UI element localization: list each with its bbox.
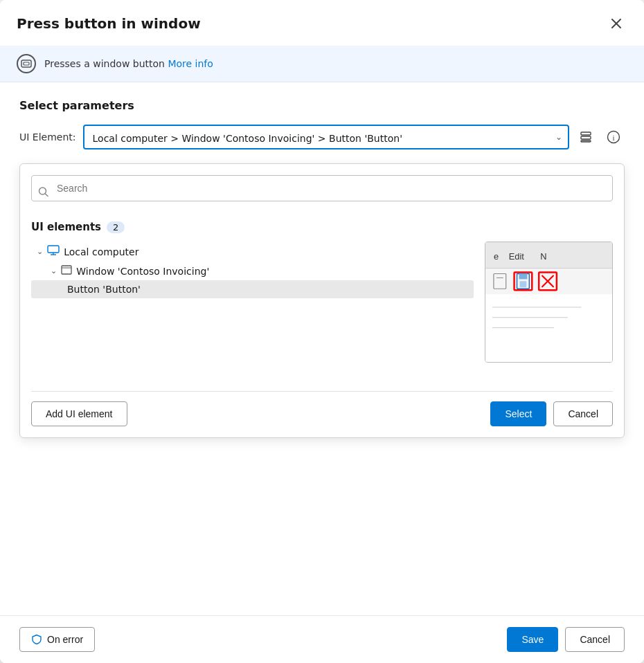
tree-item-button[interactable]: Button 'Button' <box>31 280 474 298</box>
svg-rect-4 <box>581 132 591 135</box>
ui-element-field-row: UI Element: Local computer > Window 'Con… <box>19 125 625 149</box>
on-error-button[interactable]: On error <box>19 627 95 652</box>
close-icon <box>611 19 621 28</box>
svg-text:i: i <box>612 134 614 142</box>
cancel-dialog-button[interactable]: Cancel <box>565 627 625 652</box>
preview-image: e Edit N <box>485 242 612 362</box>
cancel-panel-button[interactable]: Cancel <box>553 401 613 426</box>
svg-rect-17 <box>485 242 612 269</box>
svg-text:e: e <box>494 251 499 262</box>
svg-rect-32 <box>485 294 612 362</box>
svg-text:N: N <box>540 251 546 262</box>
ui-elements-header: UI elements 2 <box>31 221 613 233</box>
on-error-label: On error <box>47 634 83 645</box>
tree-list: ⌄ Local computer ⌄ <box>31 242 474 380</box>
press-button-icon <box>17 54 36 73</box>
tree-item-window[interactable]: ⌄ Window 'Contoso Invoicing' <box>31 262 474 280</box>
dropdown-container: Local computer > Window 'Contoso Invoici… <box>83 125 625 149</box>
tree-item-button-label: Button 'Button' <box>67 284 141 295</box>
dialog: Press button in window Presses a window … <box>0 0 644 663</box>
select-button[interactable]: Select <box>490 401 546 426</box>
info-icon: i <box>607 130 620 144</box>
dropdown-panel: UI elements 2 ⌄ <box>19 163 625 438</box>
svg-rect-5 <box>581 136 591 139</box>
tree-item-label: Local computer <box>64 246 138 257</box>
svg-text:Edit: Edit <box>509 251 525 262</box>
svg-rect-6 <box>581 140 591 142</box>
ui-elements-label: UI elements <box>31 221 101 233</box>
search-wrapper <box>31 175 613 211</box>
save-button[interactable]: Save <box>507 627 558 652</box>
ui-element-label: UI Element: <box>19 131 76 143</box>
chevron-expand-icon-2: ⌄ <box>51 266 57 275</box>
dialog-footer: On error Save Cancel <box>0 615 644 663</box>
close-button[interactable] <box>605 12 627 35</box>
tree-item-window-label: Window 'Contoso Invoicing' <box>76 266 209 277</box>
search-input[interactable] <box>31 175 613 201</box>
computer-icon <box>47 245 60 258</box>
ui-elements-badge: 2 <box>107 221 125 233</box>
dropdown-box-wrapper: Local computer > Window 'Contoso Invoici… <box>83 125 569 149</box>
info-button[interactable]: i <box>602 126 625 148</box>
layers-icon <box>579 130 593 144</box>
preview-box: e Edit N <box>485 242 613 363</box>
svg-rect-2 <box>21 60 31 67</box>
svg-rect-11 <box>48 246 59 253</box>
chevron-expand-icon: ⌄ <box>37 247 43 256</box>
svg-rect-3 <box>24 62 29 65</box>
window-icon <box>61 265 72 277</box>
panel-footer: Add UI element Select Cancel <box>31 391 613 426</box>
info-banner-text: Presses a window button More info <box>44 58 213 69</box>
more-info-link[interactable]: More info <box>168 58 213 69</box>
footer-left: On error <box>19 627 95 652</box>
section-title: Select parameters <box>19 99 625 112</box>
dialog-header: Press button in window <box>0 0 644 46</box>
dialog-body: Select parameters UI Element: Local comp… <box>0 82 644 615</box>
dialog-title: Press button in window <box>17 15 201 32</box>
tree-area: ⌄ Local computer ⌄ <box>31 242 613 380</box>
tree-item-local-computer[interactable]: ⌄ Local computer <box>31 242 474 262</box>
shield-icon <box>31 634 42 645</box>
svg-rect-14 <box>62 266 71 274</box>
svg-rect-28 <box>519 281 526 287</box>
dropdown-box-text[interactable]: Local computer > Window 'Contoso Invoici… <box>83 125 569 149</box>
svg-rect-27 <box>519 273 527 279</box>
add-ui-element-button[interactable]: Add UI element <box>31 401 127 426</box>
info-banner: Presses a window button More info <box>0 46 644 82</box>
layers-button[interactable] <box>575 126 597 148</box>
